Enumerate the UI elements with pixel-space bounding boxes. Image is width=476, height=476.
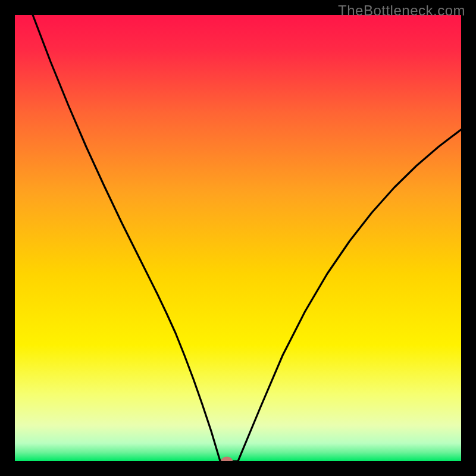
watermark-text: TheBottleneck.com — [338, 2, 465, 19]
bottleneck-chart — [15, 15, 461, 461]
chart-plot-area — [15, 15, 461, 461]
gradient-background — [15, 15, 461, 461]
